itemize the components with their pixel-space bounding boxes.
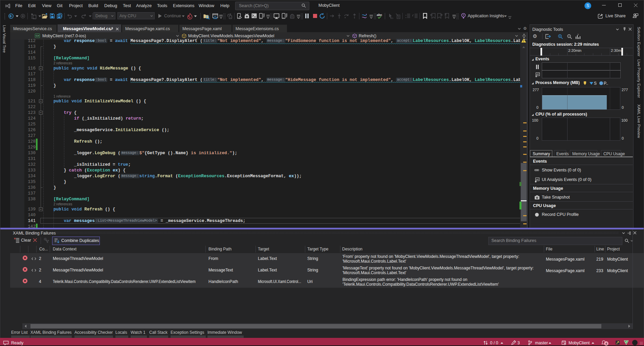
svg-text:abc: abc (377, 13, 382, 17)
svg-text:IPA: IPA (291, 16, 294, 18)
svg-text:?: ? (577, 34, 579, 36)
